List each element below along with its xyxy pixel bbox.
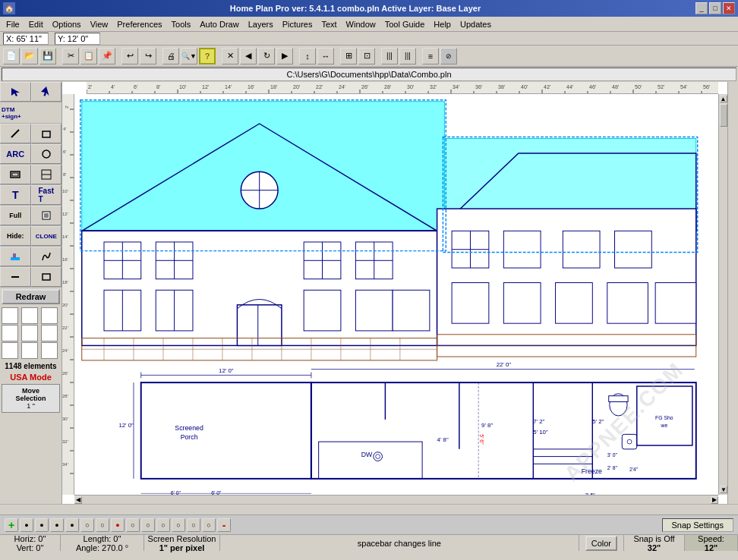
print-button[interactable]: 🖨	[162, 48, 179, 64]
circle-tool[interactable]	[31, 144, 62, 164]
scrollbar-horizontal[interactable]: ◀ ▶	[74, 495, 718, 504]
snap-dot11[interactable]: ○	[187, 518, 200, 532]
snap-dot12[interactable]: ○	[202, 518, 216, 532]
menu-edit[interactable]: Edit	[24, 18, 48, 30]
snap-dot2[interactable]: ●	[35, 518, 49, 532]
copy-button[interactable]: 📋	[80, 48, 97, 64]
zoom-select[interactable]: 🔍▼	[181, 48, 197, 64]
rotate-select-tool[interactable]	[31, 82, 62, 102]
grid-cell	[21, 307, 38, 324]
scroll-down[interactable]: ▼	[720, 486, 727, 493]
menu-autodraw[interactable]: Auto Draw	[195, 18, 243, 30]
menu-options[interactable]: Options	[48, 18, 86, 30]
svg-rect-146	[393, 290, 430, 331]
wall-rect-tool[interactable]	[0, 165, 31, 184]
open-button[interactable]: 📂	[21, 48, 38, 64]
menu-help[interactable]: Help	[429, 18, 456, 30]
menu-toolguide[interactable]: Tool Guide	[380, 18, 430, 30]
menu-layers[interactable]: Layers	[244, 18, 278, 30]
menu-file[interactable]: File	[2, 18, 24, 30]
rect2-tool[interactable]	[31, 267, 62, 287]
help-question[interactable]: ?	[199, 48, 216, 64]
snap-dot7[interactable]: ○	[126, 518, 140, 532]
snap-grid[interactable]: ⊞	[340, 48, 357, 64]
paint-tool[interactable]	[0, 247, 31, 266]
fill-tool[interactable]: Full	[0, 206, 31, 225]
text-tool[interactable]: T	[0, 185, 31, 205]
svg-text:36': 36'	[475, 84, 482, 90]
spline-tool[interactable]	[31, 247, 62, 266]
snap-dot9[interactable]: ○	[156, 518, 170, 532]
cut-button[interactable]: ✂	[62, 48, 79, 64]
color-btn-area[interactable]: Color	[579, 535, 624, 551]
scrollbar-vertical[interactable]: ▲ ▼	[718, 94, 727, 495]
fast-text-tool[interactable]: FastT	[31, 185, 62, 205]
layers-toggle[interactable]: |||	[381, 48, 398, 64]
scroll-up[interactable]: ▲	[720, 95, 727, 102]
move-right[interactable]: ▶	[276, 48, 293, 64]
extra2[interactable]: ⊘	[440, 48, 457, 64]
snap-red[interactable]: ●	[111, 518, 125, 532]
save-button[interactable]: 💾	[39, 48, 56, 64]
svg-text:30': 30'	[62, 417, 68, 421]
scroll-left[interactable]: ◀	[74, 496, 82, 504]
maximize-button[interactable]: □	[709, 2, 721, 14]
snap-dot8[interactable]: ○	[141, 518, 155, 532]
flip-h[interactable]: ↕	[299, 48, 316, 64]
snap-plus[interactable]: +	[5, 518, 18, 532]
snap-dot1[interactable]: ●	[20, 518, 33, 532]
extra1[interactable]: ≡	[422, 48, 439, 64]
undo-button[interactable]: ↩	[121, 48, 138, 64]
arc-tool[interactable]: ARC	[0, 144, 31, 164]
h-line-tool[interactable]	[0, 267, 31, 287]
wall-complex-tool[interactable]	[31, 165, 62, 184]
horiz-value: Horiz: 0"	[14, 534, 46, 543]
snap-settings-btn[interactable]: Snap Settings	[662, 518, 734, 532]
snap-dot6[interactable]: ○	[96, 518, 109, 532]
redo-button[interactable]: ↪	[140, 48, 156, 64]
snap-dot4[interactable]: ●	[65, 518, 79, 532]
menu-preferences[interactable]: Preferences	[112, 18, 166, 30]
clone-tool[interactable]: CLONE	[31, 226, 62, 246]
drawing-surface[interactable]: Screened Porch 12' 0" 22' 0" 20' 0" 6' 0…	[74, 94, 718, 495]
y-coord[interactable]: Y: 12' 0"	[55, 33, 100, 45]
menu-pictures[interactable]: Pictures	[278, 18, 317, 30]
svg-text:we: we	[660, 423, 667, 428]
line-tool[interactable]	[0, 124, 31, 143]
menu-tools[interactable]: Tools	[167, 18, 196, 30]
snap-minus[interactable]: -	[217, 518, 231, 532]
layer2[interactable]: |||	[399, 48, 416, 64]
color-button[interactable]: Color	[585, 536, 617, 551]
files-tool[interactable]	[31, 206, 62, 225]
minimize-button[interactable]: _	[695, 2, 708, 14]
rect-tool[interactable]	[31, 124, 62, 143]
speed-value: 12"	[705, 543, 718, 552]
delete-button[interactable]: ✕	[222, 48, 238, 64]
snap-dot5[interactable]: ○	[80, 518, 94, 532]
rotate-button[interactable]: ↻	[258, 48, 275, 64]
flip-v[interactable]: ↔	[317, 48, 334, 64]
new-button[interactable]: 📄	[3, 48, 20, 64]
snap-dot10[interactable]: ○	[172, 518, 185, 532]
menu-text[interactable]: Text	[317, 18, 341, 30]
paste-button[interactable]: 📌	[99, 48, 115, 64]
scroll-thumb[interactable]	[720, 104, 727, 127]
x-coord[interactable]: X: 65' 11"	[3, 33, 49, 45]
svg-text:56': 56'	[703, 84, 710, 90]
ruler-horizontal: 2' 4' 6' 8' 10' 12' 14' 16' 18'	[87, 82, 718, 94]
move-left[interactable]: ◀	[240, 48, 257, 64]
scroll-right[interactable]: ▶	[711, 496, 718, 504]
svg-text:46': 46'	[589, 84, 596, 90]
snap-pts[interactable]: ⊡	[358, 48, 375, 64]
close-button[interactable]: ✕	[723, 2, 735, 14]
menu-window[interactable]: Window	[342, 18, 380, 30]
length-value: Length: 0"	[84, 534, 121, 543]
screen-res-status: Screen Resolution 1" per pixel	[144, 535, 220, 551]
selection-area: MoveSelection 1 "	[2, 384, 60, 413]
menu-updates[interactable]: Updates	[456, 18, 496, 30]
menu-view[interactable]: View	[86, 18, 113, 30]
hide-tool[interactable]: Hide:	[0, 226, 31, 246]
arrow-tool[interactable]	[0, 82, 31, 102]
snap-dot3[interactable]: ●	[50, 518, 64, 532]
redraw-button[interactable]: Redraw	[2, 289, 60, 304]
